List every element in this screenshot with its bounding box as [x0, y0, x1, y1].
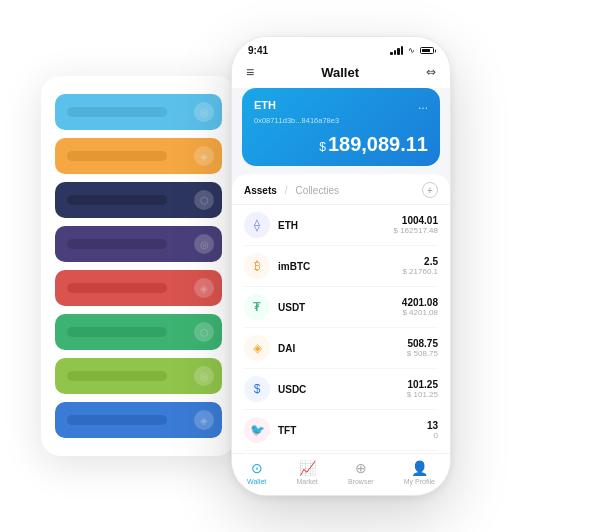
asset-name-dai: DAI	[278, 343, 399, 354]
bg-card-0: ◎	[55, 94, 222, 130]
nav-icon-my-profile: 👤	[411, 460, 428, 476]
nav-label-market: Market	[296, 478, 317, 485]
nav-icon-market: 📈	[299, 460, 316, 476]
eth-address: 0x08711d3b...8416a78e3	[254, 116, 428, 125]
signal-icon	[390, 46, 403, 55]
battery-icon	[420, 47, 434, 54]
assets-section: Assets / Collecties + ⟠ETH1004.01$ 16251…	[232, 174, 450, 453]
balance-symbol: $	[319, 140, 326, 154]
asset-amount: 101.25	[407, 379, 438, 390]
asset-icon-dai: ◈	[244, 335, 270, 361]
balance-amount: 189,089.11	[328, 133, 428, 155]
nav-label-my-profile: My Profile	[404, 478, 435, 485]
phone-frame: 9:41 ∿ ≡ Wallet ⇔	[231, 36, 451, 496]
asset-amounts-dai: 508.75$ 508.75	[407, 338, 438, 358]
asset-name-usdc: USDC	[278, 384, 399, 395]
asset-item-eth[interactable]: ⟠ETH1004.01$ 162517.48	[244, 205, 438, 246]
nav-label-wallet: Wallet	[247, 478, 266, 485]
header: ≡ Wallet ⇔	[232, 60, 450, 88]
asset-usd: $ 21760.1	[402, 267, 438, 276]
nav-label-browser: Browser	[348, 478, 374, 485]
asset-name-tft: TFT	[278, 425, 419, 436]
asset-amounts-imbtc: 2.5$ 21760.1	[402, 256, 438, 276]
bg-card-2: ⬡	[55, 182, 222, 218]
asset-amount: 508.75	[407, 338, 438, 349]
asset-item-usdt[interactable]: ₮USDT4201.08$ 4201.08	[244, 287, 438, 328]
asset-usd: 0	[427, 431, 438, 440]
asset-usd: $ 508.75	[407, 349, 438, 358]
asset-name-usdt: USDT	[278, 302, 394, 313]
bg-panel: ◎◈⬡◎◈⬡◎◈	[41, 76, 236, 456]
bg-card-3: ◎	[55, 226, 222, 262]
tab-assets[interactable]: Assets	[244, 185, 277, 196]
asset-icon-imbtc: ₿	[244, 253, 270, 279]
nav-icon-browser: ⊕	[355, 460, 367, 476]
tab-separator: /	[285, 185, 288, 196]
asset-item-tft[interactable]: 🐦TFT130	[244, 410, 438, 451]
asset-amount: 1004.01	[394, 215, 439, 226]
asset-name-imbtc: imBTC	[278, 261, 394, 272]
asset-amounts-usdt: 4201.08$ 4201.08	[402, 297, 438, 317]
scene: ◎◈⬡◎◈⬡◎◈ 9:41 ∿	[21, 21, 581, 511]
nav-item-my-profile[interactable]: 👤My Profile	[404, 460, 435, 485]
eth-label: ETH	[254, 99, 276, 111]
status-bar: 9:41 ∿	[232, 37, 450, 60]
status-icons: ∿	[390, 46, 434, 55]
bg-card-7: ◈	[55, 402, 222, 438]
tab-collectibles[interactable]: Collecties	[296, 185, 339, 196]
asset-usd: $ 162517.48	[394, 226, 439, 235]
add-asset-button[interactable]: +	[422, 182, 438, 198]
eth-balance: $189,089.11	[254, 133, 428, 156]
menu-icon[interactable]: ≡	[246, 64, 254, 80]
nav-icon-wallet: ⊙	[251, 460, 263, 476]
asset-amounts-tft: 130	[427, 420, 438, 440]
nav-item-market[interactable]: 📈Market	[296, 460, 317, 485]
asset-item-imbtc[interactable]: ₿imBTC2.5$ 21760.1	[244, 246, 438, 287]
nav-item-wallet[interactable]: ⊙Wallet	[247, 460, 266, 485]
asset-icon-usdt: ₮	[244, 294, 270, 320]
asset-icon-eth: ⟠	[244, 212, 270, 238]
asset-icon-usdc: $	[244, 376, 270, 402]
bg-card-1: ◈	[55, 138, 222, 174]
asset-icon-tft: 🐦	[244, 417, 270, 443]
bottom-nav: ⊙Wallet📈Market⊕Browser👤My Profile	[232, 453, 450, 495]
asset-amounts-usdc: 101.25$ 101.25	[407, 379, 438, 399]
bg-card-5: ⬡	[55, 314, 222, 350]
asset-item-usdc[interactable]: $USDC101.25$ 101.25	[244, 369, 438, 410]
asset-usd: $ 4201.08	[402, 308, 438, 317]
assets-tabs: Assets / Collecties	[244, 185, 339, 196]
assets-header: Assets / Collecties +	[232, 174, 450, 205]
asset-amounts-eth: 1004.01$ 162517.48	[394, 215, 439, 235]
page-title: Wallet	[321, 65, 359, 80]
asset-item-dai[interactable]: ◈DAI508.75$ 508.75	[244, 328, 438, 369]
bg-card-6: ◎	[55, 358, 222, 394]
eth-card[interactable]: ETH ... 0x08711d3b...8416a78e3 $189,089.…	[242, 88, 440, 166]
wifi-icon: ∿	[408, 46, 415, 55]
asset-usd: $ 101.25	[407, 390, 438, 399]
status-time: 9:41	[248, 45, 268, 56]
asset-amount: 13	[427, 420, 438, 431]
asset-name-eth: ETH	[278, 220, 386, 231]
asset-amount: 2.5	[402, 256, 438, 267]
bg-card-4: ◈	[55, 270, 222, 306]
nav-item-browser[interactable]: ⊕Browser	[348, 460, 374, 485]
asset-list: ⟠ETH1004.01$ 162517.48₿imBTC2.5$ 21760.1…	[232, 205, 450, 453]
eth-more-icon[interactable]: ...	[418, 98, 428, 112]
asset-amount: 4201.08	[402, 297, 438, 308]
scan-icon[interactable]: ⇔	[426, 65, 436, 79]
